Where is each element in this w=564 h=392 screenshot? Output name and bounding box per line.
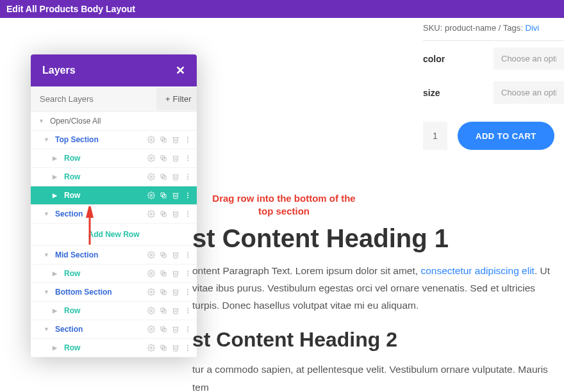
duplicate-icon[interactable] — [160, 344, 167, 352]
svg-point-57 — [187, 327, 188, 328]
caret-icon[interactable]: ▶ — [53, 192, 60, 199]
more-icon[interactable] — [184, 270, 192, 277]
settings-icon[interactable] — [147, 210, 155, 218]
svg-point-52 — [187, 310, 188, 311]
caret-icon[interactable]: ▼ — [44, 136, 51, 143]
layer-row[interactable]: ▶ Row — [31, 149, 197, 168]
caret-icon[interactable]: ▼ — [44, 211, 51, 217]
more-icon[interactable] — [184, 344, 192, 352]
svg-point-29 — [187, 216, 188, 217]
caret-icon[interactable]: ▶ — [53, 174, 60, 180]
layer-row[interactable]: ▶ Row — [31, 186, 197, 205]
caret-icon[interactable]: ▼ — [44, 326, 51, 332]
sku-label: SKU: — [423, 23, 442, 33]
trash-icon[interactable] — [172, 288, 179, 296]
caret-icon[interactable]: ▶ — [53, 270, 60, 277]
svg-point-65 — [187, 350, 188, 351]
more-icon[interactable] — [184, 154, 192, 162]
filter-button[interactable]: + Filter — [156, 88, 197, 110]
search-input[interactable] — [31, 86, 156, 111]
svg-point-30 — [151, 254, 153, 256]
settings-icon[interactable] — [147, 307, 155, 314]
quantity-input[interactable] — [423, 122, 447, 150]
trash-icon[interactable] — [172, 344, 179, 352]
close-icon[interactable]: ✕ — [176, 63, 185, 78]
more-icon[interactable] — [184, 136, 192, 143]
svg-point-54 — [151, 329, 153, 331]
duplicate-icon[interactable] — [160, 136, 167, 143]
duplicate-icon[interactable] — [160, 307, 167, 314]
duplicate-icon[interactable] — [160, 251, 167, 259]
more-icon[interactable] — [184, 251, 192, 259]
annotation-text: Drag row into the bottom of the top sect… — [210, 192, 358, 218]
svg-point-35 — [187, 257, 188, 258]
duplicate-icon[interactable] — [160, 192, 167, 199]
layer-label: Row — [64, 306, 147, 315]
trash-icon[interactable] — [172, 136, 179, 143]
page-title-bar: Edit All Products Body Layout — [0, 0, 564, 18]
trash-icon[interactable] — [172, 192, 179, 199]
layers-panel: Layers ✕ + Filter ▼Open/Close All ▼ Top … — [31, 54, 197, 357]
more-icon[interactable] — [184, 210, 192, 218]
trash-icon[interactable] — [172, 154, 179, 162]
settings-icon[interactable] — [147, 288, 155, 296]
more-icon[interactable] — [184, 192, 192, 199]
size-label: size — [423, 88, 494, 98]
size-select[interactable]: Choose an option — [494, 81, 564, 104]
trash-icon[interactable] — [172, 325, 179, 333]
duplicate-icon[interactable] — [160, 154, 167, 162]
content-heading-1: st Content Heading 1 — [192, 224, 564, 253]
trash-icon[interactable] — [172, 210, 179, 218]
open-close-all[interactable]: ▼Open/Close All — [31, 112, 197, 131]
more-icon[interactable] — [184, 173, 192, 181]
layer-section[interactable]: ▼ Mid Section — [31, 246, 197, 265]
add-new-row[interactable]: Add New Row — [31, 224, 197, 246]
duplicate-icon[interactable] — [160, 288, 167, 296]
layer-row[interactable]: ▶ Row — [31, 302, 197, 320]
caret-icon[interactable]: ▼ — [44, 289, 51, 295]
settings-icon[interactable] — [147, 154, 155, 162]
svg-point-6 — [151, 158, 153, 159]
svg-point-11 — [187, 160, 188, 161]
caret-icon[interactable]: ▼ — [44, 252, 51, 258]
sku-value: product-name — [445, 23, 496, 33]
content-heading-2: st Content Heading 2 — [192, 328, 564, 352]
settings-icon[interactable] — [147, 173, 155, 181]
settings-icon[interactable] — [147, 325, 155, 333]
settings-icon[interactable] — [147, 251, 155, 259]
settings-icon[interactable] — [147, 136, 155, 143]
layer-row[interactable]: ▶ Row — [31, 168, 197, 186]
caret-icon[interactable]: ▶ — [53, 307, 60, 314]
more-icon[interactable] — [184, 307, 192, 314]
settings-icon[interactable] — [147, 270, 155, 277]
trash-icon[interactable] — [172, 307, 179, 314]
settings-icon[interactable] — [147, 344, 155, 352]
caret-icon[interactable]: ▶ — [53, 345, 60, 351]
svg-point-47 — [187, 294, 188, 295]
svg-point-45 — [187, 290, 188, 291]
trash-icon[interactable] — [172, 251, 179, 259]
layer-row[interactable]: ▶ Row — [31, 265, 197, 283]
tag-link[interactable]: Divi — [526, 23, 540, 33]
layer-section[interactable]: ▼ Bottom Section — [31, 283, 197, 302]
more-icon[interactable] — [184, 325, 192, 333]
more-icon[interactable] — [184, 288, 192, 296]
layer-section[interactable]: ▼ Section — [31, 320, 197, 339]
svg-point-23 — [187, 197, 188, 199]
duplicate-icon[interactable] — [160, 325, 167, 333]
caret-icon[interactable]: ▶ — [53, 155, 60, 161]
content-link[interactable]: consectetur adipiscing elit — [420, 265, 535, 276]
add-to-cart-button[interactable]: ADD TO CART — [458, 122, 554, 150]
svg-point-15 — [187, 174, 188, 176]
page-title: Edit All Products Body Layout — [6, 4, 135, 14]
layer-section[interactable]: ▼ Top Section — [31, 131, 197, 149]
color-select[interactable]: Choose an option — [494, 47, 564, 70]
duplicate-icon[interactable] — [160, 173, 167, 181]
layer-row[interactable]: ▶ Row — [31, 339, 197, 357]
trash-icon[interactable] — [172, 173, 179, 181]
duplicate-icon[interactable] — [160, 210, 167, 218]
layer-section[interactable]: ▼ Section — [31, 205, 197, 224]
settings-icon[interactable] — [147, 192, 155, 199]
duplicate-icon[interactable] — [160, 270, 167, 277]
trash-icon[interactable] — [172, 270, 179, 277]
